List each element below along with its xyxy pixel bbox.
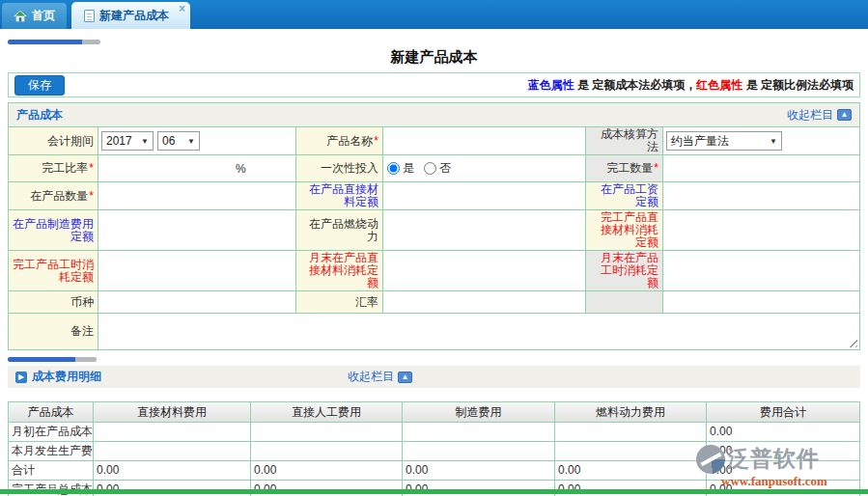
col-header-direct-material: 直接材料费用: [93, 402, 250, 422]
cell-input[interactable]: [93, 442, 250, 460]
col-header-total: 费用合计: [706, 402, 859, 422]
exchange-rate-input[interactable]: [386, 292, 582, 312]
manufacturing-input[interactable]: [406, 424, 554, 440]
hint-blue-attr: 蓝色属性: [528, 78, 574, 92]
month-select[interactable]: 06▼: [157, 131, 200, 151]
field-remarks: [98, 314, 859, 349]
field-eom-material-quota: [382, 251, 585, 290]
label-text: 在产品制造费用定额: [13, 218, 94, 243]
radio-yes-label: 是: [403, 160, 414, 177]
label-remarks: 备注: [9, 314, 98, 349]
collapse-section-product[interactable]: 收起栏目 ▲: [787, 107, 852, 124]
label-text: 汇率: [355, 296, 378, 309]
currency-input[interactable]: [101, 292, 293, 312]
label-text: 成本核算方法: [590, 128, 658, 153]
col-header-direct-labor: 直接人工费用: [250, 402, 402, 422]
form-row: 币种 汇率: [9, 290, 859, 313]
wip-fuel-power-input[interactable]: [386, 221, 582, 240]
one-time-no-option[interactable]: 否: [424, 160, 451, 177]
label-product-name: 产品名称*: [295, 127, 382, 154]
field-wip-wage-quota: [662, 182, 859, 209]
one-time-no-radio[interactable]: [424, 162, 436, 175]
label-text: 在产品数量: [30, 190, 88, 203]
field-cost-method: 约当产量法▼: [662, 127, 859, 154]
cell-input[interactable]: [402, 423, 554, 441]
close-icon[interactable]: ×: [179, 3, 185, 14]
form-row: 完工比率* % 一次性投入 是 否 完工数量*: [9, 154, 859, 181]
label-text: 在产品直接材料定额: [300, 183, 378, 208]
label-wip-mfg-quota: 在产品制造费用定额: [9, 210, 98, 250]
cell-value: 0.00: [250, 461, 402, 480]
tab-home[interactable]: 首页: [2, 3, 67, 29]
radio-no-label: 否: [439, 160, 451, 177]
field-empty: [662, 291, 859, 313]
section-product-cost-title: 产品成本: [16, 107, 63, 124]
tab-bar: 首页 新建产品成本 ×: [0, 0, 868, 29]
fuel-power-input[interactable]: [558, 424, 706, 440]
finished-qty-input[interactable]: [666, 159, 856, 179]
label-wip-wage-quota: 在产品工资定额: [585, 182, 662, 209]
label-eom-hours-quota: 月末在产品工时消耗定额: [585, 251, 662, 290]
field-one-time-input: 是 否: [382, 155, 585, 181]
col-header-product-cost: 产品成本: [9, 402, 93, 422]
field-wip-fuel-power: [382, 210, 585, 250]
finished-hours-quota-input[interactable]: [101, 262, 293, 281]
direct-material-input[interactable]: [97, 424, 250, 440]
wip-material-quota-input[interactable]: [386, 186, 582, 206]
collapse-section-detail[interactable]: 收起栏目 ▲: [348, 369, 412, 385]
manufacturing-input[interactable]: [406, 443, 554, 459]
finished-material-quota-input[interactable]: [666, 221, 856, 240]
table-row-subtotal: 合计 0.00 0.00 0.00 0.00 0.00: [9, 460, 859, 480]
label-currency: 币种: [9, 291, 98, 313]
product-name-input[interactable]: [386, 131, 582, 151]
cell-total: 0.00: [706, 442, 859, 460]
collapse-label: 收起栏目: [348, 369, 394, 385]
required-mark: *: [89, 162, 94, 175]
loading-bar-tail: [82, 40, 100, 44]
table-header-row: 产品成本 直接材料费用 直接人工费用 制造费用 燃料动力费用 费用合计: [9, 402, 859, 422]
field-completion-ratio: %: [98, 155, 295, 181]
chevron-down-icon: ▼: [187, 137, 195, 146]
form-row: 在产品数量* 在产品直接材料定额 在产品工资定额: [9, 181, 859, 209]
label-exchange-rate: 汇率: [295, 291, 382, 313]
field-product-name: [382, 127, 585, 154]
year-select[interactable]: 2017▼: [101, 131, 154, 151]
field-accounting-period: 2017▼ 06▼: [98, 127, 295, 154]
one-time-yes-option[interactable]: 是: [387, 160, 414, 177]
completion-ratio-input[interactable]: [101, 159, 232, 179]
eom-hours-quota-input[interactable]: [666, 262, 856, 281]
section-product-cost: 产品成本 收起栏目 ▲ 会计期间 2017▼ 06▼ 产品名称* 成本核算方法 …: [8, 102, 860, 350]
tab-active-label: 新建产品成本: [99, 8, 169, 24]
direct-labor-input[interactable]: [254, 424, 402, 440]
cell-value: 0.00: [554, 461, 706, 480]
field-eom-hours-quota: [662, 251, 859, 290]
one-time-yes-radio[interactable]: [387, 162, 400, 175]
label-finished-material-quota: 完工产品直接材料消耗定额: [585, 210, 662, 250]
fuel-power-input[interactable]: [558, 443, 706, 459]
cell-input[interactable]: [402, 442, 554, 460]
wip-mfg-quota-input[interactable]: [101, 221, 293, 240]
field-finished-qty: [662, 155, 859, 181]
cell-input[interactable]: [250, 442, 402, 460]
form-row: 完工产品工时消耗定额 月末在产品直接材料消耗定额 月末在产品工时消耗定额: [9, 250, 859, 290]
section-cost-detail-title: ▶ 成本费用明细: [15, 369, 101, 385]
label-completion-ratio: 完工比率*: [9, 155, 98, 181]
label-text: 备注: [70, 325, 94, 338]
label-cost-method: 成本核算方法: [585, 127, 662, 154]
remarks-textarea[interactable]: [98, 314, 859, 349]
direct-labor-input[interactable]: [254, 443, 402, 459]
cell-input[interactable]: [554, 442, 706, 460]
wip-wage-quota-input[interactable]: [666, 186, 856, 206]
direct-material-input[interactable]: [97, 443, 250, 459]
table-row-month-production-expense: 本月发生生产费用 0.00: [9, 441, 859, 460]
save-button[interactable]: 保存: [14, 75, 65, 96]
cell-input[interactable]: [93, 423, 250, 441]
required-mark: *: [654, 162, 658, 175]
tab-new-product-cost[interactable]: 新建产品成本 ×: [71, 2, 190, 29]
cell-input[interactable]: [250, 423, 402, 441]
label-text: 产品名称: [326, 135, 373, 148]
cell-input[interactable]: [554, 423, 706, 441]
cost-method-select[interactable]: 约当产量法▼: [666, 131, 782, 151]
eom-material-quota-input[interactable]: [386, 262, 582, 281]
wip-qty-input[interactable]: [101, 186, 293, 206]
